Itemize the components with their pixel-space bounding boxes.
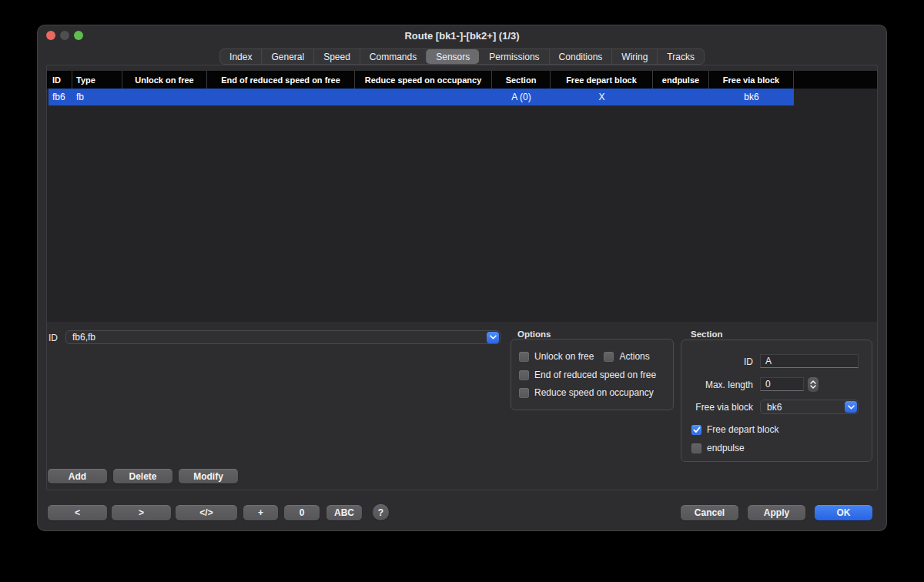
cell-reduce-speed xyxy=(355,89,492,105)
plus-button[interactable]: + xyxy=(243,505,278,520)
tab-speed[interactable]: Speed xyxy=(313,49,360,64)
zero-button[interactable]: 0 xyxy=(284,505,320,520)
cell-id: fb6 xyxy=(49,89,72,105)
cell-endpulse xyxy=(653,89,709,105)
route-dialog-window: Route [bk1-]-[bk2+] (1/3) Index General … xyxy=(37,25,887,531)
table-row[interactable]: fb6 fb A (0) X bk6 xyxy=(49,89,794,105)
cell-end-of-reduced-speed xyxy=(207,89,355,105)
tab-general[interactable]: General xyxy=(261,49,313,64)
tab-permissions[interactable]: Permissions xyxy=(479,49,548,64)
free-via-block-value: bk6 xyxy=(761,402,844,413)
column-header-id[interactable]: ID xyxy=(49,71,72,89)
chevron-down-icon[interactable] xyxy=(845,401,857,413)
reduce-speed-occupancy-checkbox[interactable] xyxy=(519,388,529,398)
prev-route-button[interactable]: < xyxy=(48,505,107,520)
free-depart-block-label: Free depart block xyxy=(707,424,778,435)
cell-section: A (0) xyxy=(492,89,551,105)
column-header-section[interactable]: Section xyxy=(492,71,551,89)
checkmark-icon xyxy=(693,426,701,433)
end-of-reduced-speed-checkbox[interactable] xyxy=(519,370,529,380)
xml-code-button[interactable]: </> xyxy=(176,505,237,520)
free-depart-block-checkbox[interactable] xyxy=(691,425,701,435)
section-group-title: Section xyxy=(691,329,723,339)
tab-commands[interactable]: Commands xyxy=(360,49,426,64)
desktop-background: Route [bk1-]-[bk2+] (1/3) Index General … xyxy=(0,0,924,582)
column-header-unlock-on-free[interactable]: Unlock on free xyxy=(122,71,207,89)
ok-button[interactable]: OK xyxy=(815,505,872,520)
modify-button[interactable]: Modify xyxy=(179,469,238,483)
column-header-endpulse[interactable]: endpulse xyxy=(653,71,709,89)
help-button[interactable]: ? xyxy=(373,504,389,520)
tab-bar: Index General Speed Commands Sensors Per… xyxy=(219,48,705,65)
free-via-block-label: Free via block xyxy=(687,402,753,413)
checkbox-row-reduce-speed: Reduce speed on occupancy xyxy=(519,387,654,398)
cancel-button[interactable]: Cancel xyxy=(681,505,738,520)
checkbox-row-endpulse: endpulse xyxy=(691,443,745,453)
cell-type: fb xyxy=(72,89,122,105)
unlock-on-free-checkbox[interactable] xyxy=(519,352,529,362)
chevron-down-icon[interactable] xyxy=(487,332,499,343)
sensors-table[interactable]: ID Type Unlock on free End of reduced sp… xyxy=(47,71,877,322)
reduce-speed-occupancy-label: Reduce speed on occupancy xyxy=(534,387,654,398)
tab-wiring[interactable]: Wiring xyxy=(611,49,657,64)
column-header-reduce-speed-occupancy[interactable]: Reduce speed on occupancy xyxy=(355,71,492,89)
column-header-free-depart-block[interactable]: Free depart block xyxy=(551,71,653,89)
tab-sensors[interactable]: Sensors xyxy=(426,49,479,64)
free-via-block-combobox[interactable]: bk6 xyxy=(760,400,859,414)
sensor-id-label: ID xyxy=(49,333,58,343)
titlebar[interactable]: Route [bk1-]-[bk2+] (1/3) xyxy=(37,25,887,46)
add-button[interactable]: Add xyxy=(48,469,107,483)
checkbox-row-unlock-actions: Unlock on free Actions xyxy=(519,351,650,362)
cell-free-depart-block: X xyxy=(551,89,653,105)
abc-button[interactable]: ABC xyxy=(326,505,362,520)
checkbox-row-end-reduced: End of reduced speed on free xyxy=(519,370,656,380)
sensor-id-value: fb6,fb xyxy=(66,332,486,343)
unlock-on-free-label: Unlock on free xyxy=(534,351,594,362)
section-id-field[interactable] xyxy=(760,354,859,368)
endpulse-label: endpulse xyxy=(707,443,745,453)
options-group-title: Options xyxy=(517,329,551,339)
apply-button[interactable]: Apply xyxy=(748,505,805,520)
endpulse-checkbox[interactable] xyxy=(691,443,701,453)
tab-tracks[interactable]: Tracks xyxy=(657,49,704,64)
delete-button[interactable]: Delete xyxy=(113,469,172,483)
max-length-field[interactable] xyxy=(760,377,804,391)
tab-conditions[interactable]: Conditions xyxy=(549,49,612,64)
max-length-label: Max. length xyxy=(687,380,753,390)
column-header-free-via-block[interactable]: Free via block xyxy=(709,71,794,89)
end-of-reduced-speed-label: End of reduced speed on free xyxy=(534,370,656,380)
table-header: ID Type Unlock on free End of reduced sp… xyxy=(47,71,877,89)
stepper-up-icon xyxy=(810,380,816,384)
window-title: Route [bk1-]-[bk2+] (1/3) xyxy=(37,30,887,42)
max-length-stepper[interactable] xyxy=(808,377,819,392)
section-id-label: ID xyxy=(687,356,753,367)
column-header-type[interactable]: Type xyxy=(72,71,122,89)
tab-index[interactable]: Index xyxy=(220,49,261,64)
column-header-end-of-reduced-speed[interactable]: End of reduced speed on free xyxy=(207,71,355,89)
sensor-id-combobox[interactable]: fb6,fb xyxy=(65,330,500,344)
actions-checkbox[interactable] xyxy=(604,352,614,362)
stepper-down-icon xyxy=(810,385,816,389)
actions-label: Actions xyxy=(619,351,649,362)
cell-free-via-block: bk6 xyxy=(709,89,794,105)
next-route-button[interactable]: > xyxy=(112,505,171,520)
checkbox-row-free-depart: Free depart block xyxy=(691,424,778,435)
cell-unlock-on-free xyxy=(122,89,207,105)
column-header-filler xyxy=(794,71,877,89)
